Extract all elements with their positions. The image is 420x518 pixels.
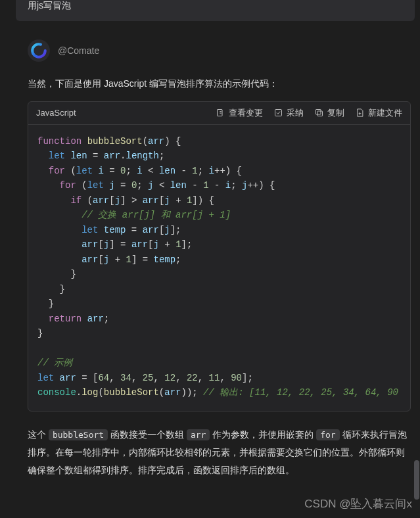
assistant-message: @Comate 当然，下面是使用 JavaScript 编写冒泡排序算法的示例代… (16, 21, 420, 486)
code-line: return arr; (37, 312, 401, 327)
code-line: let len = arr.length; (37, 149, 401, 164)
view-changes-button[interactable]: 查看变更 (216, 107, 263, 119)
copy-label: 复制 (327, 107, 344, 119)
check-icon (273, 108, 283, 118)
code-line: console.log(bubbleSort(arr)); // 输出: [11… (37, 385, 401, 400)
code-line: } (37, 296, 401, 312)
code-line: arr[j] = arr[j + 1]; (37, 237, 401, 252)
svg-rect-3 (317, 111, 323, 116)
svg-point-0 (32, 44, 45, 57)
chat-main: 用js写冒泡 @Comate 当然，下面是使用 JavaScript 编写冒泡排… (16, 0, 420, 518)
code-line: // 交换 arr[j] 和 arr[j + 1] (37, 208, 401, 223)
user-message-text: 用js写冒泡 (28, 0, 71, 11)
copy-button[interactable]: 复制 (314, 107, 344, 119)
code-line: } (37, 326, 401, 341)
desc-text-2: 函数接受一个数组 (108, 429, 187, 440)
scrollbar-thumb[interactable] (414, 460, 419, 500)
svg-rect-4 (316, 110, 321, 115)
code-line: for (let j = 0; j < len - 1 - i; j++) { (37, 178, 401, 193)
code-line (37, 341, 401, 356)
inline-code-arr: arr (187, 429, 210, 440)
inline-code-bubblesort: bubbleSort (49, 429, 108, 440)
code-line: arr[j + 1] = temp; (37, 252, 401, 268)
desc-text-1: 这个 (28, 429, 49, 440)
code-line: for (let i = 0; i < len - 1; i++) { (37, 164, 401, 179)
new-file-button[interactable]: 新建文件 (355, 107, 402, 119)
language-label: JavaScript (36, 108, 216, 118)
copy-icon (314, 108, 324, 118)
code-line: } (37, 282, 401, 297)
diff-icon (216, 108, 225, 118)
accept-button[interactable]: 采纳 (273, 107, 304, 119)
user-message: 用js写冒泡 (16, 0, 415, 21)
left-rail (0, 0, 16, 518)
code-body[interactable]: function bubbleSort(arr) { let len = arr… (28, 125, 410, 411)
scrollbar-track[interactable] (413, 0, 420, 518)
code-card: JavaScript 查看变更 采纳 复制 (28, 101, 411, 412)
code-line: let arr = [64, 34, 25, 12, 22, 11, 90]; (37, 371, 401, 386)
code-actions: 查看变更 采纳 复制 新建文件 (216, 107, 402, 119)
inline-code-for: for (316, 429, 339, 440)
comate-logo-icon (30, 42, 47, 59)
code-line: // 示例 (37, 356, 401, 371)
code-line: if (arr[j] > arr[j + 1]) { (37, 193, 401, 208)
svg-rect-1 (218, 110, 223, 116)
code-line: } (37, 267, 401, 282)
avatar (28, 39, 50, 62)
view-changes-label: 查看变更 (229, 107, 263, 119)
avatar-row: @Comate (28, 39, 411, 62)
assistant-username: @Comate (58, 45, 99, 56)
intro-text: 当然，下面是使用 JavaScript 编写冒泡排序算法的示例代码： (28, 76, 411, 92)
svg-rect-2 (275, 110, 282, 116)
description-paragraph: 这个 bubbleSort 函数接受一个数组 arr 作为参数，并使用嵌套的 f… (28, 426, 411, 480)
file-plus-icon (355, 108, 365, 118)
code-line: let temp = arr[j]; (37, 223, 401, 238)
accept-label: 采纳 (287, 107, 304, 119)
new-file-label: 新建文件 (368, 107, 402, 119)
watermark: CSDN @坠入暮云间x (304, 496, 412, 511)
desc-text-3: 作为参数，并使用嵌套的 (210, 429, 316, 440)
code-header: JavaScript 查看变更 采纳 复制 (28, 102, 410, 125)
code-line: function bubbleSort(arr) { (37, 134, 401, 149)
